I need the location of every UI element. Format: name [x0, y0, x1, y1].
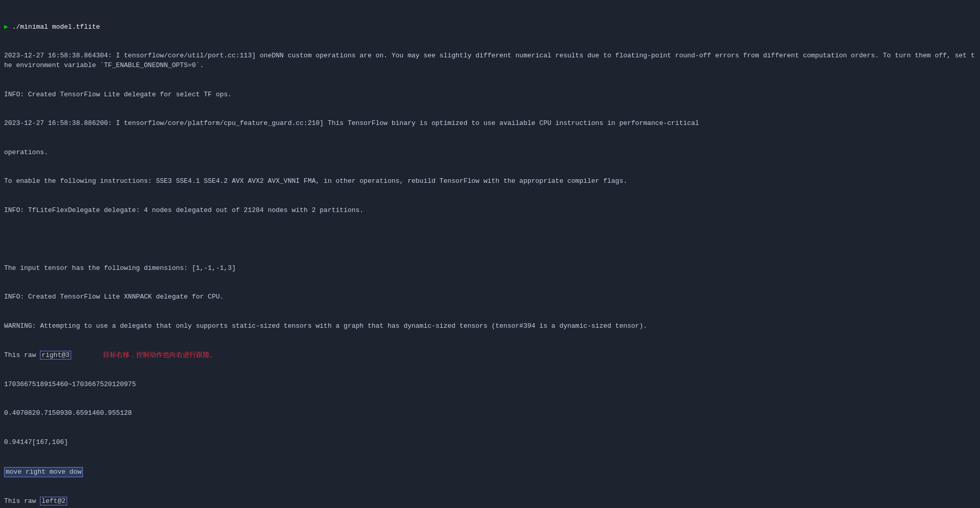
timestamp-line-1: 1703667518915460~1703667520120975	[4, 380, 976, 390]
log-line-4: operations.	[4, 148, 976, 158]
prompt-line: ▶ ./minimal model.tflite	[4, 23, 976, 32]
coord-line-1: 0.4070820.7150930.6591460.955128	[4, 409, 976, 418]
tensor-dims-line: The input tensor has the following dimen…	[4, 264, 976, 273]
raw-value-right3: right@3	[40, 351, 71, 359]
terminal-output: ▶ ./minimal model.tflite 2023-12-27 16:5…	[4, 3, 976, 508]
raw-left2-line: This raw left@2	[4, 497, 976, 506]
log-line-6: INFO: TfLiteFlexDelegate delegate: 4 nod…	[4, 206, 976, 216]
empty-line-1	[4, 235, 976, 244]
xnnpack-line: INFO: Created TensorFlow Lite XNNPACK de…	[4, 292, 976, 302]
annotation-1: 目标右移，控制动作也向右进行跟随。	[103, 351, 216, 358]
score-line-1: 0.94147[167,106]	[4, 438, 976, 448]
raw-right3-line: This raw right@3 目标右移，控制动作也向右进行跟随。	[4, 350, 976, 361]
raw-value-left2: left@2	[40, 497, 67, 505]
move-right-move-dow-badge-1: move right move dow	[4, 467, 83, 478]
move-right-dow-line-1: move right move dow	[4, 467, 976, 478]
log-line-1: 2023-12-27 16:58:38.864304: I tensorflow…	[4, 51, 976, 71]
log-line-5: To enable the following instructions: SS…	[4, 177, 976, 186]
warning-line: WARNING: Attempting to use a delegate th…	[4, 322, 976, 331]
log-line-2: INFO: Created TensorFlow Lite delegate f…	[4, 90, 976, 100]
log-line-3: 2023-12-27 16:58:38.886200: I tensorflow…	[4, 119, 976, 129]
